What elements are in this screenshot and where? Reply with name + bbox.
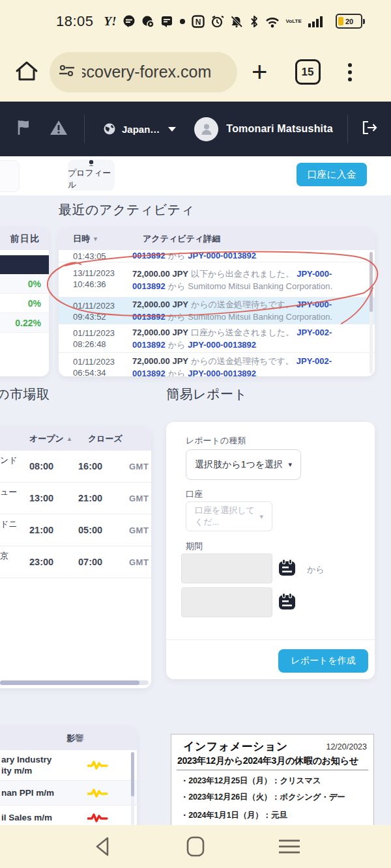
calendar-scrollbar[interactable] <box>131 752 134 825</box>
activity-header-row: 日時 ▾ アクティビティ詳細 <box>59 227 375 250</box>
account-placeholder: 口座を選択してくだ... <box>195 505 259 528</box>
flag-icon[interactable] <box>17 119 33 139</box>
calendar-row[interactable]: nan PPI m/m <box>0 781 137 805</box>
language-selector[interactable]: Japan… <box>122 124 160 135</box>
market-hours-title: の市場取 <box>0 385 50 403</box>
phone-screen: 18:05 Y! N <box>0 0 391 868</box>
avatar[interactable] <box>194 117 218 141</box>
tab-profile[interactable]: プロフィール <box>68 160 115 191</box>
event-name: ary Industryity m/m <box>0 754 78 776</box>
sort-asc-icon[interactable]: ▴ <box>68 435 71 442</box>
rate-row[interactable]: 0.22% <box>0 313 49 333</box>
date-to-input[interactable] <box>181 587 272 617</box>
market-city: ドニ <box>0 518 29 530</box>
account-label: 口座 <box>186 488 203 500</box>
account-link[interactable]: JPY-000-0013892 <box>188 369 256 376</box>
calendar-icon[interactable] <box>278 559 296 580</box>
market-row[interactable]: 京 23:00 07:00 GMT <box>0 546 151 578</box>
row-detail: 0013892からJPY-000-0013892. <box>132 250 361 262</box>
report-title: 簡易レポート <box>166 385 247 403</box>
signal-bars-icon <box>308 15 323 28</box>
report-type-select[interactable]: 選択肢から1つを選択 ▾ <box>186 449 301 480</box>
logout-icon[interactable] <box>361 119 378 139</box>
row-datetime: 01/11/202306:54:34 <box>59 355 132 376</box>
partial-tab[interactable] <box>0 160 20 192</box>
address-bar[interactable]: scovery-forex.com <box>50 52 237 92</box>
browser-menu-icon[interactable] <box>348 63 352 81</box>
deposit-button[interactable]: 口座に入金 <box>297 163 367 186</box>
table-row-highlighted[interactable]: 01/11/202309:43:52 72,000.00 JPYからの送金処理待… <box>59 298 375 324</box>
alert-icon[interactable] <box>49 119 68 139</box>
selected-rate-row[interactable] <box>0 255 49 274</box>
account-link[interactable]: 0013892 <box>132 251 166 260</box>
chevron-down-icon[interactable] <box>168 127 176 132</box>
account-link[interactable]: JPY-000-0013892 <box>188 340 256 350</box>
rate-row[interactable]: 0% <box>0 294 49 313</box>
activity-rows: 01:43:05 0013892からJPY-000-0013892. 13/11… <box>59 250 375 376</box>
market-hscrollbar[interactable] <box>0 680 149 685</box>
impact-pulse-icon <box>78 787 117 800</box>
row-datetime: 13/11/202310:46:36 <box>59 268 132 292</box>
table-row[interactable]: 01:43:05 0013892からJPY-000-0013892. <box>59 250 375 262</box>
market-row[interactable]: ュー 13:00 21:00 GMT <box>0 483 151 514</box>
activity-scrollbar[interactable] <box>369 251 373 374</box>
account-link[interactable]: JPY-000-0013892 <box>188 251 256 260</box>
report-type-label: レポートの種類 <box>186 435 246 447</box>
home-icon[interactable] <box>14 60 39 85</box>
nfc-icon: N <box>192 15 205 28</box>
new-tab-icon[interactable]: + <box>252 59 268 85</box>
create-report-button[interactable]: レポートを作成 <box>278 649 368 673</box>
calendar-icon[interactable] <box>278 593 296 613</box>
volte-icon: VoLTE <box>286 19 302 24</box>
status-icons: Y! N <box>104 14 323 29</box>
tab-switcher-button[interactable]: 15 <box>295 59 321 85</box>
tab-count: 15 <box>302 66 314 79</box>
rates-header-row: 前日比 <box>0 227 49 250</box>
rate-row[interactable]: 0% <box>0 274 49 294</box>
from-label: から <box>307 564 325 576</box>
site-settings-icon[interactable] <box>59 64 76 80</box>
row-detail: 72,000.00 JPYからの送金処理待ちです。JPY-002-0013892… <box>132 355 361 376</box>
user-name[interactable]: Tomonari Matsushita <box>226 123 333 135</box>
col-datetime[interactable]: 日時 <box>73 233 90 245</box>
message-app-icon <box>160 15 173 28</box>
market-row[interactable]: ドニ 21:00 05:00 GMT <box>0 514 151 546</box>
economic-calendar-card: 影響 ary Industryity m/m nan PPI m/m il Sa… <box>0 726 137 830</box>
chevron-down-icon: ▾ <box>288 460 292 469</box>
header-divider <box>84 115 85 143</box>
market-header-row: オープン ▴ クローズ <box>0 427 151 451</box>
recent-apps-icon[interactable] <box>270 825 309 868</box>
row-detail: 72,000.00 JPYからの送金処理待ちです。JPY-000-0013892… <box>132 298 361 323</box>
url-text: scovery-forex.com <box>82 63 211 81</box>
battery-icon: 20 <box>336 14 365 29</box>
status-bar: 18:05 Y! N <box>0 0 391 42</box>
sort-desc-icon[interactable]: ▾ <box>94 235 97 242</box>
market-row[interactable]: ンド 08:00 16:00 GMT <box>0 451 151 483</box>
event-name: nan PPI m/m <box>0 787 78 798</box>
home-nav-icon[interactable] <box>176 825 215 868</box>
back-icon[interactable] <box>83 825 122 868</box>
table-row[interactable]: 01/11/202306:54:34 72,000.00 JPYからの送金処理待… <box>59 353 375 376</box>
account-select[interactable]: 口座を選択してくだ... ▾ <box>186 501 272 531</box>
chat-app-icon <box>123 15 136 28</box>
table-row[interactable]: 13/11/202310:46:36 72,000.00 JPY以下から出金され… <box>59 262 375 298</box>
holiday-item: ・2024年1月1日（月）：元旦 <box>181 810 287 821</box>
market-city: 京 <box>0 550 29 562</box>
page-tab-bar: プロフィール 口座に入金 <box>0 156 391 195</box>
col-change: 前日比 <box>10 233 41 245</box>
information-title: インフォメーション <box>183 739 288 754</box>
col-open[interactable]: オープン <box>29 433 64 445</box>
report-card: レポートの種類 選択肢から1つを選択 ▾ 口座 口座を選択してくだ... ▾ 期… <box>166 422 375 679</box>
bluetooth-icon <box>250 15 259 28</box>
row-detail: 72,000.00 JPY以下から出金されました。JPY-000-0013892… <box>132 268 361 292</box>
calendar-row[interactable]: ary Industryity m/m <box>0 750 137 781</box>
wifi-icon <box>265 15 280 28</box>
alarm-icon <box>210 15 224 28</box>
rates-card: 前日比 0% 0% 0.22% <box>0 227 49 376</box>
tab-profile-label: プロフィール <box>68 167 115 191</box>
activity-title: 最近のアクティビティ <box>59 201 195 219</box>
date-from-input[interactable] <box>181 553 272 583</box>
browser-toolbar: scovery-forex.com + 15 <box>0 42 391 102</box>
row-datetime: 01/11/202308:26:48 <box>59 326 132 351</box>
table-row[interactable]: 01/11/202308:26:48 72,000.00 JPY口座から送金され… <box>59 324 375 353</box>
